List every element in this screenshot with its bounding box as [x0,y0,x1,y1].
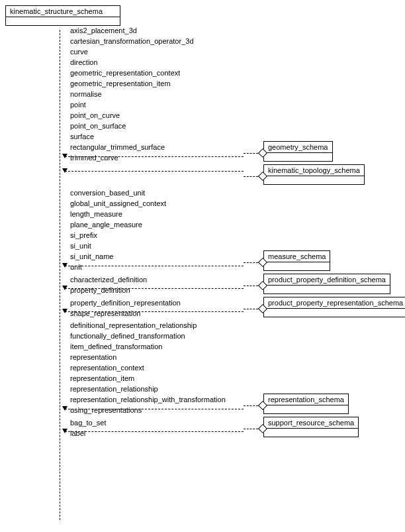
imported-item: representation_relationship [70,384,244,394]
imported-item: property_definition [70,285,244,295]
imported-item: characterized_definition [70,274,244,285]
imported-item: unit [70,262,244,272]
imported-item: length_measure [70,209,244,219]
imported-item: representation [70,352,244,362]
connector [244,305,263,312]
dependency-group: conversion_based_unitglobal_unit_assigne… [5,187,405,274]
connector [244,282,263,289]
item-list-column: definitional_representation_relationship… [5,320,244,417]
horizontal-connector-left [65,156,244,157]
imported-item: trimmed_curve [70,152,244,163]
imported-item: bag_to_set [70,417,244,428]
connector [244,150,263,156]
target-schema-box: geometry_schema [263,141,333,162]
imported-item: si_prefix [70,230,244,240]
target-schema-body [264,309,405,317]
source-schema-body [6,17,120,25]
imported-item: curve [70,46,244,57]
imported-item: axis2_placement_3d [70,25,244,36]
target-schema-title: geometry_schema [264,142,332,153]
item-list: characterized_definitionproperty_definit… [65,274,244,297]
group-row: axis2_placement_3dcartesian_transformati… [5,25,405,164]
dependency-group: kinematic_topology_schema [5,164,405,187]
imported-item: functionally_defined_transformation [70,331,244,341]
target-schema-title: measure_schema [264,251,330,262]
imported-item: surface [70,131,244,142]
connector [244,173,263,180]
target-schema-body [264,405,348,413]
imported-item: geometric_representation_item [70,78,244,89]
source-schema-box: kinematic_structure_schema [5,5,120,26]
horizontal-connector-left [65,288,244,289]
imported-item: point_on_surface [70,121,244,131]
imported-item: point_on_curve [70,110,244,121]
target-schema-title: representation_schema [264,394,348,405]
horizontal-connector [244,309,258,309]
imported-item: point [70,99,244,110]
target-schema-box: product_property_definition_schema [263,274,390,294]
imported-item: normalise [70,89,244,99]
horizontal-connector-left [65,431,244,432]
source-schema-title: kinematic_structure_schema [6,6,120,17]
imported-item: si_unit_name [70,251,244,262]
imported-item: rectangular_trimmed_surface [70,142,244,152]
imported-item: geometric_representation_context [70,68,244,78]
target-schema-box: product_property_representation_schema [263,297,405,317]
imported-item: plane_angle_measure [70,219,244,230]
imported-item: item_defined_transformation [70,341,244,352]
horizontal-connector [244,405,258,406]
target-schema-title: product_property_representation_schema [264,297,405,309]
target-schema-title: support_resource_schema [264,417,358,429]
group-row: definitional_representation_relationship… [5,320,405,417]
horizontal-connector [244,153,258,154]
item-list-column: axis2_placement_3dcartesian_transformati… [5,25,244,164]
horizontal-connector-left [65,409,244,409]
imported-item: representation_context [70,362,244,373]
imported-item: representation_relationship_with_transfo… [70,394,244,405]
group-row: conversion_based_unitglobal_unit_assigne… [5,187,405,274]
target-schema-box: kinematic_topology_schema [263,164,365,185]
horizontal-connector [244,429,258,429]
connector [244,259,263,266]
item-list-column: bag_to_setlabel [5,417,244,440]
item-list [65,173,244,187]
dependency-group: axis2_placement_3dcartesian_transformati… [5,25,405,164]
target-schema-body [264,176,364,184]
imported-item: property_definition_representation [70,297,244,308]
target-schema-body [264,429,358,437]
target-schema-box: representation_schema [263,394,349,414]
connector [244,425,263,432]
imported-item: si_unit [70,240,244,251]
imported-item: label [70,428,244,439]
item-list-column: conversion_based_unitglobal_unit_assigne… [5,187,244,274]
item-list-column: characterized_definitionproperty_definit… [5,274,244,297]
dependency-group: definitional_representation_relationship… [5,320,405,417]
item-list: axis2_placement_3dcartesian_transformati… [65,25,244,164]
target-schema-body [264,262,330,270]
imported-item: shape_representation [70,308,244,319]
horizontal-connector [244,286,258,286]
horizontal-connector [244,262,258,263]
item-list: bag_to_setlabel [65,417,244,440]
target-schema-box: measure_schema [263,250,330,271]
horizontal-connector-left [65,311,244,312]
imported-item: direction [70,57,244,68]
item-list-column: property_definition_representationshape_… [5,297,244,320]
target-schema-title: kinematic_topology_schema [264,165,364,176]
item-list: conversion_based_unitglobal_unit_assigne… [65,187,244,274]
dependency-group: property_definition_representationshape_… [5,297,405,320]
target-schema-body [264,153,332,161]
item-list-column [5,173,244,187]
target-schema-body [264,286,390,293]
horizontal-connector [244,176,258,177]
horizontal-connector-left [65,266,244,266]
target-schema-box: support_resource_schema [263,417,359,437]
imported-item: using_representations [70,405,244,415]
target-schema-title: product_property_definition_schema [264,274,390,286]
item-list: definitional_representation_relationship… [65,320,244,417]
imported-item: conversion_based_unit [70,187,244,198]
dependency-group: characterized_definitionproperty_definit… [5,274,405,297]
connector [244,402,263,409]
imported-item: representation_item [70,373,244,384]
imported-item: cartesian_transformation_operator_3d [70,36,244,46]
